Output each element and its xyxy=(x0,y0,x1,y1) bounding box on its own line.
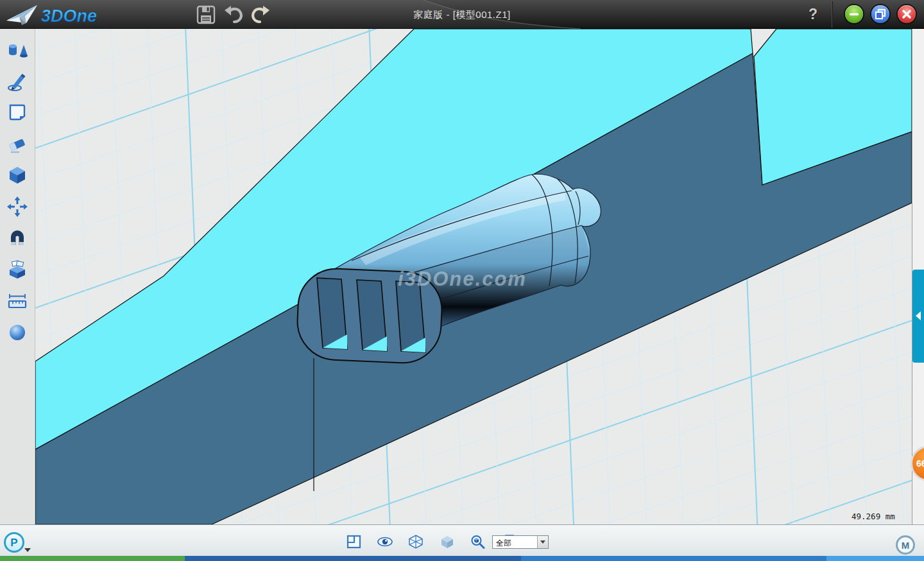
taskbar-segment-blue1 xyxy=(185,556,521,561)
taskbar-segment-blue2 xyxy=(521,556,826,561)
bottle-end-plate[interactable] xyxy=(296,267,443,365)
window-title: 家庭版 - [模型001.Z1] xyxy=(270,0,654,29)
profile-dropdown-arrow[interactable] xyxy=(24,548,31,552)
model-canvas[interactable] xyxy=(35,29,912,524)
save-button[interactable] xyxy=(196,4,216,25)
title-bar: 3DOne 家庭版 - [模型001.Z1] ? xyxy=(0,0,924,29)
taskbar-segment-green xyxy=(0,556,185,561)
panel-expand-tab[interactable] xyxy=(912,270,924,363)
3done-window: 3DOne 家庭版 - [模型001.Z1] ? xyxy=(0,0,924,561)
eraser-icon[interactable] xyxy=(6,133,28,155)
chevron-left-icon xyxy=(916,311,921,320)
primitive-solids-icon[interactable] xyxy=(6,40,28,62)
logo-text: 3DOne xyxy=(41,6,97,26)
combine-box-icon[interactable] xyxy=(6,259,28,280)
chevron-down-icon xyxy=(540,540,545,544)
move-arrows-icon[interactable] xyxy=(6,196,28,218)
minimize-button[interactable] xyxy=(845,5,863,23)
plate-slots xyxy=(317,278,425,352)
app-logo: 3DOne xyxy=(5,2,133,28)
left-toolbar xyxy=(0,29,35,524)
visibility-eye-icon[interactable] xyxy=(377,535,393,549)
close-button[interactable] xyxy=(898,5,916,23)
sketch-sheet-icon[interactable] xyxy=(6,101,28,123)
feature-cube-icon[interactable] xyxy=(6,164,28,186)
shaded-mode-icon[interactable] xyxy=(440,535,455,549)
badge-count: 66 xyxy=(916,458,924,469)
wireframe-mode-icon[interactable] xyxy=(408,535,424,549)
sketch-pen-icon[interactable] xyxy=(6,71,28,92)
measure-ruler-icon[interactable] xyxy=(6,290,28,312)
paper-plane-icon xyxy=(6,5,37,25)
view-layout-icon[interactable] xyxy=(346,535,362,549)
3d-viewport[interactable]: i3DOne.com 49.269 mm xyxy=(35,29,912,524)
magnet-icon[interactable] xyxy=(6,227,28,249)
profile-button[interactable]: P xyxy=(4,532,24,553)
taskbar-segment-blue3 xyxy=(826,556,924,561)
restore-button[interactable] xyxy=(871,5,889,23)
display-filter-value: 全部 xyxy=(496,538,511,549)
help-button[interactable]: ? xyxy=(803,0,823,29)
display-filter-select[interactable]: 全部 xyxy=(492,535,549,549)
status-bar: P xyxy=(0,524,924,556)
mode-button[interactable]: M xyxy=(896,535,915,555)
render-sphere-icon[interactable] xyxy=(6,322,28,343)
zoom-icon[interactable] xyxy=(470,535,486,549)
titlebar-separator xyxy=(832,1,832,28)
os-taskbar-sliver[interactable] xyxy=(0,556,924,561)
undo-button[interactable] xyxy=(223,4,244,25)
redo-button[interactable] xyxy=(250,4,271,25)
combo-arrow-button[interactable] xyxy=(537,536,548,548)
